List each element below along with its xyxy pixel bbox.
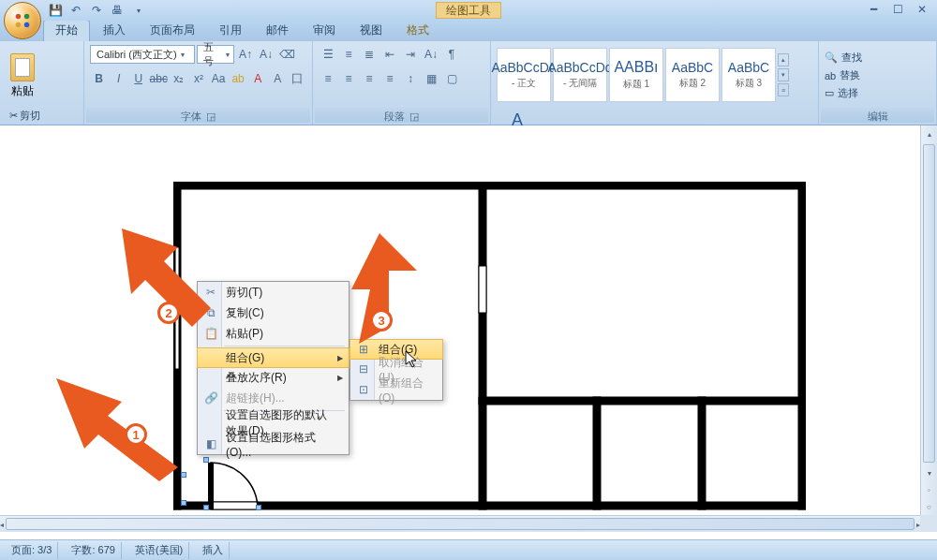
font-name-combo[interactable]: Calibri (西文正文)▾ bbox=[90, 45, 195, 64]
superscript-button[interactable]: x² bbox=[189, 69, 207, 88]
bold-button[interactable]: B bbox=[90, 69, 108, 88]
status-page[interactable]: 页面: 3/3 bbox=[6, 542, 58, 559]
office-button[interactable] bbox=[4, 2, 41, 39]
show-marks-button[interactable]: ¶ bbox=[442, 45, 461, 64]
style-item[interactable]: AaBbCcDd- 无间隔 bbox=[553, 48, 607, 102]
subscript-button[interactable]: x₂ bbox=[170, 69, 187, 88]
cut-button[interactable]: ✂剪切 bbox=[9, 109, 52, 123]
window-minimize-button[interactable]: ━ bbox=[862, 2, 885, 17]
scroll-thumb[interactable] bbox=[6, 518, 915, 530]
gallery-up-button[interactable]: ▴ bbox=[778, 53, 789, 66]
scroll-thumb[interactable] bbox=[923, 144, 935, 463]
style-item[interactable]: AaBbC标题 2 bbox=[665, 48, 720, 102]
dialog-launcher-icon[interactable]: ◲ bbox=[409, 111, 420, 122]
prev-page-button[interactable]: ◦ bbox=[921, 481, 937, 498]
annotation-arrow-3 bbox=[314, 233, 417, 346]
clear-formatting-button[interactable]: ⌫ bbox=[277, 45, 296, 64]
qat-redo-icon[interactable]: ↷ bbox=[88, 2, 105, 19]
justify-button[interactable]: ≡ bbox=[380, 69, 399, 88]
tab-layout[interactable]: 页面布局 bbox=[139, 21, 206, 41]
svg-rect-10 bbox=[479, 397, 806, 405]
font-size-combo[interactable]: 五号▾ bbox=[197, 45, 234, 64]
ctx-hyperlink-label: 超链接(H)... bbox=[226, 391, 285, 406]
annotation-arrow-1 bbox=[56, 378, 187, 481]
scroll-left-button[interactable]: ◂ bbox=[0, 516, 4, 533]
decrease-indent-button[interactable]: ⇤ bbox=[380, 45, 399, 64]
mouse-cursor-icon bbox=[405, 350, 418, 369]
svg-rect-13 bbox=[479, 266, 486, 313]
styles-gallery[interactable]: AaBbCcDd- 正文 AaBbCcDd- 无间隔 AABBı标题 1 AaB… bbox=[497, 45, 812, 105]
style-label: - 无间隔 bbox=[563, 77, 597, 90]
line-spacing-button[interactable]: ↕ bbox=[401, 69, 420, 88]
style-item[interactable]: AABBı标题 1 bbox=[609, 48, 663, 102]
select-button[interactable]: ▭选择 bbox=[825, 86, 862, 100]
window-maximize-button[interactable]: ☐ bbox=[886, 2, 909, 17]
change-case-button[interactable]: Aa bbox=[209, 69, 227, 88]
align-center-button[interactable]: ≡ bbox=[339, 69, 358, 88]
highlight-button[interactable]: ab bbox=[230, 69, 247, 88]
shading-button[interactable]: ▦ bbox=[422, 69, 440, 88]
tab-format[interactable]: 格式 bbox=[395, 21, 440, 41]
font-color-button[interactable]: A bbox=[249, 69, 267, 88]
tab-home[interactable]: 开始 bbox=[43, 20, 90, 41]
borders-button[interactable]: ▢ bbox=[442, 69, 461, 88]
shrink-font-button[interactable]: A↓ bbox=[257, 45, 275, 64]
selection-handle[interactable] bbox=[203, 505, 209, 510]
increase-indent-button[interactable]: ⇥ bbox=[401, 45, 420, 64]
svg-point-1 bbox=[24, 14, 30, 20]
style-label: - 正文 bbox=[512, 77, 536, 90]
title-bar: 💾 ↶ ↷ 🖶 绘图工具 ━ ☐ ✕ bbox=[0, 0, 937, 21]
ctx-order[interactable]: 叠放次序(R)▶ bbox=[198, 367, 349, 388]
qat-more-icon[interactable] bbox=[129, 2, 146, 19]
align-right-button[interactable]: ≡ bbox=[360, 69, 379, 88]
qat-undo-icon[interactable]: ↶ bbox=[67, 2, 84, 19]
gallery-more-button[interactable]: ≡ bbox=[778, 83, 789, 96]
selection-handle[interactable] bbox=[181, 500, 186, 506]
scroll-down-button[interactable]: ▾ bbox=[921, 464, 937, 481]
window-close-button[interactable]: ✕ bbox=[911, 2, 933, 17]
style-label: 标题 1 bbox=[623, 78, 649, 91]
strikethrough-button[interactable]: abc bbox=[149, 69, 168, 88]
style-label: 标题 2 bbox=[679, 77, 706, 90]
tab-insert[interactable]: 插入 bbox=[92, 21, 137, 41]
vertical-scrollbar[interactable]: ▴ ▾ ◦ ○ ◦ bbox=[920, 125, 937, 532]
qat-print-icon[interactable]: 🖶 bbox=[109, 2, 126, 19]
style-item[interactable]: AaBbC标题 3 bbox=[721, 48, 776, 102]
tab-mailings[interactable]: 邮件 bbox=[255, 21, 300, 41]
sort-button[interactable]: A↓ bbox=[422, 45, 440, 64]
numbering-button[interactable]: ≡ bbox=[339, 45, 358, 64]
page-canvas[interactable]: ✂剪切(T) ⧉复制(C) 📋粘贴(P) 组合(G)▶ 叠放次序(R)▶ 🔗超链… bbox=[0, 125, 937, 532]
browse-object-button[interactable]: ○ bbox=[921, 498, 937, 515]
horizontal-scrollbar[interactable]: ◂ ▸ bbox=[0, 515, 920, 532]
group-editing: 🔍查找 ab替换 ▭选择 编辑 bbox=[819, 41, 937, 125]
tab-review[interactable]: 审阅 bbox=[302, 21, 347, 41]
scroll-up-button[interactable]: ▴ bbox=[921, 125, 937, 142]
align-left-button[interactable]: ≡ bbox=[319, 69, 337, 88]
paste-button[interactable]: 粘贴 bbox=[6, 45, 39, 107]
multilevel-button[interactable]: ≣ bbox=[360, 45, 379, 64]
dialog-launcher-icon[interactable]: ◲ bbox=[205, 111, 216, 122]
replace-button[interactable]: ab替换 bbox=[825, 68, 862, 82]
bullets-button[interactable]: ☰ bbox=[319, 45, 337, 64]
status-mode[interactable]: 插入 bbox=[197, 542, 230, 559]
ctx-group[interactable]: 组合(G)▶ bbox=[197, 347, 350, 368]
selection-handle[interactable] bbox=[203, 457, 209, 463]
tab-references[interactable]: 引用 bbox=[208, 21, 253, 41]
selection-handle[interactable] bbox=[256, 505, 261, 510]
document-area[interactable]: ✂剪切(T) ⧉复制(C) 📋粘贴(P) 组合(G)▶ 叠放次序(R)▶ 🔗超链… bbox=[0, 125, 937, 532]
status-language[interactable]: 英语(美国) bbox=[129, 542, 189, 559]
gallery-down-button[interactable]: ▾ bbox=[778, 68, 789, 81]
qat-save-icon[interactable]: 💾 bbox=[47, 2, 64, 19]
paste-icon bbox=[10, 53, 35, 81]
char-border-button[interactable]: 囗 bbox=[289, 69, 306, 88]
ctx-format-shape[interactable]: ◧设置自选图形格式(O)... bbox=[198, 434, 349, 454]
char-shading-button[interactable]: A bbox=[269, 69, 287, 88]
grow-font-button[interactable]: A↑ bbox=[236, 45, 255, 64]
status-words[interactable]: 字数: 679 bbox=[66, 542, 121, 559]
tab-view[interactable]: 视图 bbox=[349, 21, 394, 41]
underline-button[interactable]: U bbox=[129, 69, 147, 88]
italic-button[interactable]: I bbox=[110, 69, 127, 88]
style-item[interactable]: AaBbCcDd- 正文 bbox=[497, 48, 551, 102]
group-paragraph: ☰ ≡ ≣ ⇤ ⇥ A↓ ¶ ≡ ≡ ≡ ≡ ↕ ▦ ▢ 段落◲ bbox=[313, 41, 491, 125]
find-button[interactable]: 🔍查找 bbox=[825, 51, 862, 65]
